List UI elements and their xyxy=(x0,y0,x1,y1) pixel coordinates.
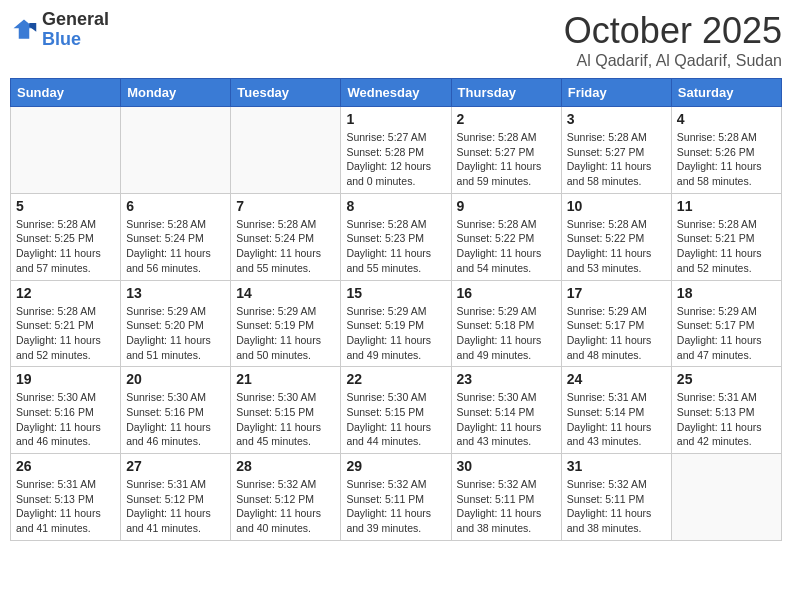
calendar-cell: 10Sunrise: 5:28 AM Sunset: 5:22 PM Dayli… xyxy=(561,193,671,280)
day-number: 18 xyxy=(677,285,776,301)
day-info: Sunrise: 5:32 AM Sunset: 5:11 PM Dayligh… xyxy=(457,477,556,536)
day-number: 4 xyxy=(677,111,776,127)
day-info: Sunrise: 5:31 AM Sunset: 5:14 PM Dayligh… xyxy=(567,390,666,449)
day-info: Sunrise: 5:28 AM Sunset: 5:24 PM Dayligh… xyxy=(126,217,225,276)
weekday-header-friday: Friday xyxy=(561,79,671,107)
logo: General Blue xyxy=(10,10,109,50)
day-info: Sunrise: 5:28 AM Sunset: 5:24 PM Dayligh… xyxy=(236,217,335,276)
day-number: 10 xyxy=(567,198,666,214)
day-number: 15 xyxy=(346,285,445,301)
week-row-4: 19Sunrise: 5:30 AM Sunset: 5:16 PM Dayli… xyxy=(11,367,782,454)
day-info: Sunrise: 5:28 AM Sunset: 5:22 PM Dayligh… xyxy=(457,217,556,276)
calendar-cell: 23Sunrise: 5:30 AM Sunset: 5:14 PM Dayli… xyxy=(451,367,561,454)
week-row-5: 26Sunrise: 5:31 AM Sunset: 5:13 PM Dayli… xyxy=(11,454,782,541)
logo-icon xyxy=(10,16,38,44)
day-number: 29 xyxy=(346,458,445,474)
day-info: Sunrise: 5:28 AM Sunset: 5:22 PM Dayligh… xyxy=(567,217,666,276)
day-number: 20 xyxy=(126,371,225,387)
day-number: 31 xyxy=(567,458,666,474)
day-info: Sunrise: 5:31 AM Sunset: 5:12 PM Dayligh… xyxy=(126,477,225,536)
week-row-3: 12Sunrise: 5:28 AM Sunset: 5:21 PM Dayli… xyxy=(11,280,782,367)
page-header: General Blue October 2025 Al Qadarif, Al… xyxy=(10,10,782,70)
calendar-cell xyxy=(121,107,231,194)
calendar-cell: 24Sunrise: 5:31 AM Sunset: 5:14 PM Dayli… xyxy=(561,367,671,454)
calendar-cell: 17Sunrise: 5:29 AM Sunset: 5:17 PM Dayli… xyxy=(561,280,671,367)
day-number: 5 xyxy=(16,198,115,214)
day-info: Sunrise: 5:29 AM Sunset: 5:19 PM Dayligh… xyxy=(236,304,335,363)
day-info: Sunrise: 5:32 AM Sunset: 5:11 PM Dayligh… xyxy=(567,477,666,536)
calendar-cell: 3Sunrise: 5:28 AM Sunset: 5:27 PM Daylig… xyxy=(561,107,671,194)
calendar-cell: 22Sunrise: 5:30 AM Sunset: 5:15 PM Dayli… xyxy=(341,367,451,454)
day-number: 13 xyxy=(126,285,225,301)
calendar-cell: 20Sunrise: 5:30 AM Sunset: 5:16 PM Dayli… xyxy=(121,367,231,454)
calendar-cell: 19Sunrise: 5:30 AM Sunset: 5:16 PM Dayli… xyxy=(11,367,121,454)
week-row-1: 1Sunrise: 5:27 AM Sunset: 5:28 PM Daylig… xyxy=(11,107,782,194)
day-number: 19 xyxy=(16,371,115,387)
calendar-cell xyxy=(11,107,121,194)
day-info: Sunrise: 5:30 AM Sunset: 5:16 PM Dayligh… xyxy=(126,390,225,449)
day-number: 24 xyxy=(567,371,666,387)
weekday-header-sunday: Sunday xyxy=(11,79,121,107)
calendar-cell: 1Sunrise: 5:27 AM Sunset: 5:28 PM Daylig… xyxy=(341,107,451,194)
weekday-header-wednesday: Wednesday xyxy=(341,79,451,107)
calendar-cell: 12Sunrise: 5:28 AM Sunset: 5:21 PM Dayli… xyxy=(11,280,121,367)
day-number: 6 xyxy=(126,198,225,214)
location-title: Al Qadarif, Al Qadarif, Sudan xyxy=(564,52,782,70)
day-info: Sunrise: 5:31 AM Sunset: 5:13 PM Dayligh… xyxy=(16,477,115,536)
calendar-cell xyxy=(671,454,781,541)
day-number: 16 xyxy=(457,285,556,301)
calendar-cell: 9Sunrise: 5:28 AM Sunset: 5:22 PM Daylig… xyxy=(451,193,561,280)
calendar-cell: 16Sunrise: 5:29 AM Sunset: 5:18 PM Dayli… xyxy=(451,280,561,367)
week-row-2: 5Sunrise: 5:28 AM Sunset: 5:25 PM Daylig… xyxy=(11,193,782,280)
calendar-cell: 27Sunrise: 5:31 AM Sunset: 5:12 PM Dayli… xyxy=(121,454,231,541)
day-number: 17 xyxy=(567,285,666,301)
day-info: Sunrise: 5:28 AM Sunset: 5:23 PM Dayligh… xyxy=(346,217,445,276)
day-number: 21 xyxy=(236,371,335,387)
calendar-cell: 8Sunrise: 5:28 AM Sunset: 5:23 PM Daylig… xyxy=(341,193,451,280)
day-info: Sunrise: 5:29 AM Sunset: 5:18 PM Dayligh… xyxy=(457,304,556,363)
calendar-cell: 30Sunrise: 5:32 AM Sunset: 5:11 PM Dayli… xyxy=(451,454,561,541)
calendar-cell: 2Sunrise: 5:28 AM Sunset: 5:27 PM Daylig… xyxy=(451,107,561,194)
calendar-cell: 13Sunrise: 5:29 AM Sunset: 5:20 PM Dayli… xyxy=(121,280,231,367)
day-info: Sunrise: 5:28 AM Sunset: 5:26 PM Dayligh… xyxy=(677,130,776,189)
calendar-cell xyxy=(231,107,341,194)
day-info: Sunrise: 5:29 AM Sunset: 5:17 PM Dayligh… xyxy=(677,304,776,363)
day-info: Sunrise: 5:31 AM Sunset: 5:13 PM Dayligh… xyxy=(677,390,776,449)
day-number: 12 xyxy=(16,285,115,301)
day-info: Sunrise: 5:28 AM Sunset: 5:25 PM Dayligh… xyxy=(16,217,115,276)
calendar-cell: 5Sunrise: 5:28 AM Sunset: 5:25 PM Daylig… xyxy=(11,193,121,280)
day-info: Sunrise: 5:30 AM Sunset: 5:15 PM Dayligh… xyxy=(236,390,335,449)
weekday-header-saturday: Saturday xyxy=(671,79,781,107)
day-info: Sunrise: 5:27 AM Sunset: 5:28 PM Dayligh… xyxy=(346,130,445,189)
calendar-cell: 7Sunrise: 5:28 AM Sunset: 5:24 PM Daylig… xyxy=(231,193,341,280)
calendar-cell: 18Sunrise: 5:29 AM Sunset: 5:17 PM Dayli… xyxy=(671,280,781,367)
calendar-cell: 29Sunrise: 5:32 AM Sunset: 5:11 PM Dayli… xyxy=(341,454,451,541)
day-number: 27 xyxy=(126,458,225,474)
calendar-cell: 21Sunrise: 5:30 AM Sunset: 5:15 PM Dayli… xyxy=(231,367,341,454)
day-number: 25 xyxy=(677,371,776,387)
day-number: 26 xyxy=(16,458,115,474)
calendar-cell: 4Sunrise: 5:28 AM Sunset: 5:26 PM Daylig… xyxy=(671,107,781,194)
weekday-header-monday: Monday xyxy=(121,79,231,107)
calendar-cell: 26Sunrise: 5:31 AM Sunset: 5:13 PM Dayli… xyxy=(11,454,121,541)
calendar-cell: 28Sunrise: 5:32 AM Sunset: 5:12 PM Dayli… xyxy=(231,454,341,541)
day-number: 1 xyxy=(346,111,445,127)
day-info: Sunrise: 5:29 AM Sunset: 5:19 PM Dayligh… xyxy=(346,304,445,363)
calendar-cell: 14Sunrise: 5:29 AM Sunset: 5:19 PM Dayli… xyxy=(231,280,341,367)
calendar-cell: 31Sunrise: 5:32 AM Sunset: 5:11 PM Dayli… xyxy=(561,454,671,541)
day-info: Sunrise: 5:28 AM Sunset: 5:21 PM Dayligh… xyxy=(16,304,115,363)
calendar-cell: 15Sunrise: 5:29 AM Sunset: 5:19 PM Dayli… xyxy=(341,280,451,367)
calendar-cell: 25Sunrise: 5:31 AM Sunset: 5:13 PM Dayli… xyxy=(671,367,781,454)
weekday-header-row: SundayMondayTuesdayWednesdayThursdayFrid… xyxy=(11,79,782,107)
day-info: Sunrise: 5:32 AM Sunset: 5:12 PM Dayligh… xyxy=(236,477,335,536)
day-number: 30 xyxy=(457,458,556,474)
weekday-header-tuesday: Tuesday xyxy=(231,79,341,107)
day-number: 14 xyxy=(236,285,335,301)
calendar-table: SundayMondayTuesdayWednesdayThursdayFrid… xyxy=(10,78,782,541)
svg-marker-0 xyxy=(14,19,35,38)
day-number: 28 xyxy=(236,458,335,474)
day-info: Sunrise: 5:32 AM Sunset: 5:11 PM Dayligh… xyxy=(346,477,445,536)
day-number: 7 xyxy=(236,198,335,214)
day-info: Sunrise: 5:29 AM Sunset: 5:17 PM Dayligh… xyxy=(567,304,666,363)
day-number: 23 xyxy=(457,371,556,387)
